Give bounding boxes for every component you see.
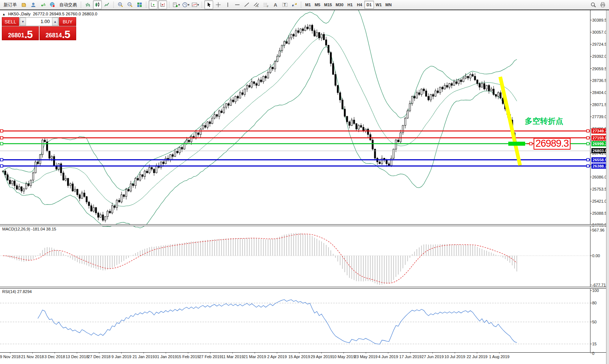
candle-body [381, 158, 383, 164]
hline-handle[interactable] [587, 158, 589, 161]
zoom-out-button[interactable] [126, 0, 134, 9]
timeframe-h1[interactable]: H1 [345, 1, 355, 9]
hline-handle[interactable] [0, 136, 3, 139]
search-button[interactable] [589, 0, 598, 9]
dropdown-arrow-icon[interactable]: ▾ [178, 3, 180, 7]
candle-body [2, 171, 4, 171]
candle-body [288, 38, 290, 44]
bar-chart-button[interactable] [83, 0, 92, 9]
buy-button[interactable]: BUY [59, 17, 76, 26]
new-chart-button[interactable]: ▾ [172, 0, 181, 9]
candle-body [151, 168, 152, 169]
timeframe-w1[interactable]: W1 [374, 1, 384, 9]
text-button[interactable]: A [271, 0, 280, 9]
timeframe-m1[interactable]: M1 [303, 1, 313, 9]
timeframe-clock-button[interactable]: ▾ [181, 0, 190, 9]
timeframe-m15[interactable]: M15 [322, 1, 334, 9]
tile-windows-button[interactable] [135, 0, 144, 9]
signals-button[interactable] [38, 0, 47, 9]
price-callout[interactable]: 26989.3 [534, 138, 571, 150]
candle-body [446, 85, 448, 87]
fibonacci-button[interactable]: F [261, 0, 270, 9]
candle-body [135, 178, 136, 185]
hline-handle[interactable] [587, 165, 589, 167]
auto-scroll-button[interactable] [149, 0, 157, 9]
date-tick: 11 Mar 2019 [222, 354, 244, 359]
candle-body [186, 140, 187, 144]
candle-body [467, 76, 469, 78]
crosshair-button[interactable] [214, 0, 223, 9]
candle-body [195, 133, 197, 138]
autotrade-button[interactable] [48, 0, 57, 9]
candle-body [486, 85, 487, 89]
hline-handle[interactable] [587, 142, 589, 145]
candle-body [326, 40, 327, 45]
hline-handle[interactable] [0, 165, 3, 167]
sell-price[interactable]: 26801.5 [2, 26, 39, 40]
highlight-rectangle[interactable] [508, 142, 525, 146]
script-button[interactable] [19, 0, 28, 9]
timeframe-d1[interactable]: D1 [364, 1, 374, 9]
dropdown-arrow-icon[interactable]: ▾ [197, 3, 199, 7]
buy-price[interactable]: 26814.5 [40, 26, 77, 40]
panel-divider[interactable] [0, 287, 606, 289]
hline-handle[interactable] [587, 136, 589, 139]
arrows-button[interactable] [290, 0, 299, 9]
candle-body [119, 200, 120, 202]
candle-body [402, 125, 404, 133]
volume-increase-button[interactable]: ▲ [52, 18, 58, 26]
date-tick: 27 Jun 2019 [422, 354, 444, 359]
dropdown-arrow-icon[interactable]: ▾ [188, 3, 190, 7]
candle-body [181, 147, 183, 149]
hline-handle[interactable] [0, 158, 3, 161]
volume-value[interactable]: 1.00 [26, 18, 52, 26]
trendline-yellow[interactable] [500, 77, 520, 165]
indicators-button[interactable]: ▾ [191, 0, 200, 9]
candle-body [333, 64, 334, 75]
toolbar-grip [80, 1, 82, 8]
panel-divider[interactable] [0, 224, 606, 226]
new-order-button[interactable]: 新订单 [1, 2, 19, 8]
price-axis[interactable]: 30389.530057.029724.529392.029059.528736… [591, 10, 606, 352]
print-button[interactable] [598, 0, 607, 9]
cursor-button[interactable] [204, 0, 213, 9]
candle-body [146, 171, 148, 173]
candle-body [30, 180, 31, 185]
autotrading-button[interactable]: 自动交易 [48, 0, 79, 9]
candle-body [188, 140, 190, 142]
candle-body [272, 67, 274, 69]
annotation-text[interactable]: 多空转折点 [525, 116, 563, 126]
candle-body [190, 136, 192, 142]
timeframe-mn[interactable]: MN [383, 1, 393, 9]
horizontal-line-button[interactable] [233, 0, 242, 9]
candle-body [386, 160, 387, 164]
timeframe-m30[interactable]: M30 [334, 1, 345, 9]
candle-body [274, 62, 276, 69]
volume-decrease-button[interactable]: ▼ [20, 18, 26, 26]
hline-handle[interactable] [587, 130, 589, 132]
timeframe-h4[interactable]: H4 [355, 1, 364, 9]
zoom-in-button[interactable] [116, 0, 125, 9]
sell-button[interactable]: SELL [2, 17, 19, 26]
candle-body [65, 178, 66, 180]
candle-body [109, 211, 111, 213]
chart-canvas[interactable] [0, 0, 609, 353]
trendline-button[interactable] [242, 0, 251, 9]
chart-shift-button[interactable] [158, 0, 167, 9]
candle-body [47, 142, 48, 151]
hline-handle[interactable] [0, 130, 3, 132]
vertical-line-button[interactable] [223, 0, 232, 9]
profile-button[interactable] [29, 0, 38, 9]
label-button[interactable]: T [281, 0, 289, 9]
channel-button[interactable]: E [252, 0, 261, 9]
line-chart-button[interactable] [103, 0, 111, 9]
hline-handle[interactable] [0, 142, 3, 145]
mt4-window: 新订单 自动交易 ▾▾▾ EFAT M1M5M15M30H1H4D1W1MN ▲… [0, 0, 609, 364]
candle-body [442, 87, 443, 89]
collapse-triangle-icon[interactable]: ▲ [2, 12, 5, 16]
timeframe-m5[interactable]: M5 [313, 1, 322, 9]
candlestick-button[interactable] [93, 0, 102, 9]
candle-body [337, 85, 338, 93]
candle-body [40, 155, 41, 164]
candle-body [300, 29, 301, 33]
